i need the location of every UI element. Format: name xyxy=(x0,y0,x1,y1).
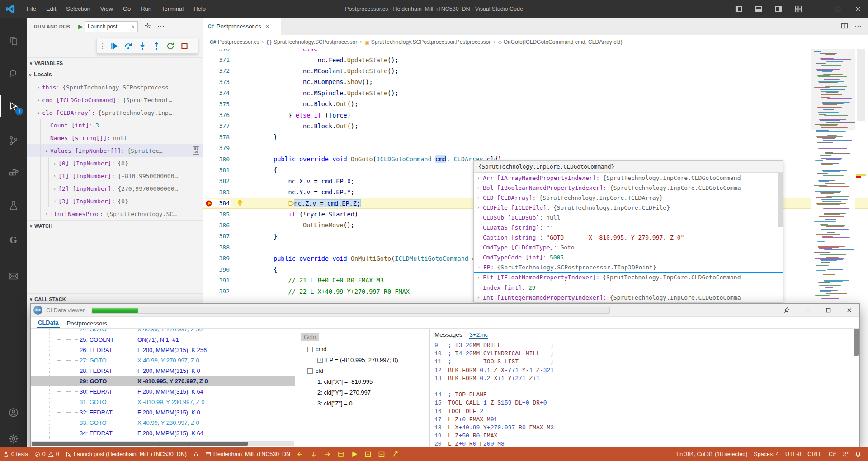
step-over-button[interactable] xyxy=(121,39,135,53)
variable-row[interactable]: ∨Values [InpNumber[]]:{SprutTec…0110 xyxy=(27,144,203,157)
detail-node[interactable]: +EP = (-810.995; 270.997; 0) xyxy=(317,357,398,363)
toggle-panel-icon[interactable] xyxy=(749,0,769,18)
gitlens-icon[interactable]: G xyxy=(0,229,27,251)
variable-row[interactable]: ›[0] [InpNumber]:{0} xyxy=(27,157,203,169)
cldata-tree-vscrollbar[interactable] xyxy=(854,329,859,356)
viewer-tab-cldata[interactable]: CLData xyxy=(37,318,60,328)
eol-item[interactable]: CRLF xyxy=(804,447,826,461)
hover-variable-row[interactable]: ›Flt [IFloatNamedPropertyIndexer]:{Sprut… xyxy=(474,273,783,282)
hover-variable-row[interactable]: ›CLD [CLDArray]:{SprutTechnology.InpCore… xyxy=(474,193,783,202)
menu-run[interactable]: Run xyxy=(136,5,156,12)
breadcrumb-item-3[interactable]: ◇OnGoto(ICLDGotoCommand cmd, CLDArray cl… xyxy=(498,39,622,45)
run-and-debug-icon[interactable]: 1 xyxy=(0,95,27,117)
minimap[interactable] xyxy=(811,49,855,302)
call-stack-section-header[interactable]: ∨CALL STACK xyxy=(27,293,203,304)
variable-row[interactable]: Count [int]:3 xyxy=(27,119,203,132)
nc-collapse-icon[interactable] xyxy=(375,447,388,461)
cld-command-row[interactable]: 32: FEDRATF 200, MMPM(315), K 0 xyxy=(31,407,295,418)
step-into-button[interactable] xyxy=(135,39,149,53)
variable-row[interactable]: ›[2] [InpNumber]:{270,99700000000… xyxy=(27,182,203,195)
cldata-tree-panel[interactable]: 24: GOTOX 40.99, Y 270.997, Z 5025: COOL… xyxy=(31,329,295,448)
variable-row[interactable]: ›[3] [InpNumber]:{0} xyxy=(27,195,203,207)
hover-variable-row[interactable]: Index [int]:29 xyxy=(474,282,783,292)
hover-variable-row[interactable]: CLDataS [string]:"" xyxy=(474,222,783,232)
code-line-377[interactable]: 377 nc.Block.Out(); xyxy=(203,121,868,132)
explorer-icon[interactable] xyxy=(0,30,27,52)
tab-postprocessor-cs[interactable]: C# Postprocessor.cs × xyxy=(203,18,281,35)
variable-row[interactable]: ∨cld [CLDArray]:{SprutTechnology.Inp… xyxy=(27,106,203,119)
nc-next-arrow-icon[interactable] xyxy=(321,447,334,461)
code-line-378[interactable]: 378 } xyxy=(203,132,868,142)
tab-close-icon[interactable]: × xyxy=(266,23,269,30)
extensions-icon[interactable] xyxy=(0,162,27,184)
views-more-actions-icon[interactable]: ⋯ xyxy=(157,22,165,31)
encoding-item[interactable]: UTF-8 xyxy=(782,447,804,461)
watch-section-header[interactable]: ∨WATCH xyxy=(27,220,203,231)
hover-variable-row[interactable]: ›Arr [IArrayNamedPropertyIndexer]:{Sprut… xyxy=(474,173,783,183)
nc-down-arrow-icon[interactable] xyxy=(307,447,321,461)
split-editor-icon[interactable] xyxy=(841,22,848,31)
hover-variable-row[interactable]: CmdType [CLDCmdType]:Goto xyxy=(474,243,783,253)
breakpoint-current-icon[interactable] xyxy=(203,199,215,207)
command-detail-panel[interactable]: Goto −cmd+EP = (-810.995; 270.997; 0)−cl… xyxy=(296,329,430,448)
flame-status-icon[interactable] xyxy=(190,447,202,461)
nc-tool-icon[interactable] xyxy=(388,447,402,461)
detail-node[interactable]: 2: cld["Y"] = 270.997 xyxy=(317,389,371,396)
toggle-sidebar-icon[interactable] xyxy=(729,0,749,18)
viewer-close-button[interactable] xyxy=(839,304,859,316)
lightbulb-slot[interactable] xyxy=(231,200,244,207)
variables-section-header[interactable]: ∨VARIABLES xyxy=(27,57,203,68)
code-line-376[interactable]: 376 } else if (force) xyxy=(203,109,868,120)
variable-row[interactable]: ›fInitNamesProc:{SprutTechnology.SC… xyxy=(27,207,203,220)
detail-root-node[interactable]: Goto xyxy=(301,333,319,341)
toolbar-drag-handle[interactable] xyxy=(99,39,107,53)
launch-status-item[interactable]: Launch post (Heidenhain_Mill_iTNC530_DN) xyxy=(62,447,190,461)
detail-node[interactable]: 3: cld["Z"] = 0 xyxy=(317,400,353,407)
detail-node[interactable]: −cmd xyxy=(307,346,327,353)
variable-row[interactable]: ›[1] [InpNumber]:{-810,9950000000… xyxy=(27,169,203,182)
hover-variable-row[interactable]: ›CLDFile [ICLDFile]:{SprutTechnology.Inp… xyxy=(474,202,783,212)
collapse-box-icon[interactable]: − xyxy=(307,368,313,374)
menu-terminal[interactable]: Terminal xyxy=(156,5,189,12)
variable-row[interactable]: ›this:{SprutTechnology.SCPostprocess… xyxy=(27,81,203,94)
viewer-tab-postprocessors[interactable]: Postprocessors xyxy=(66,319,108,328)
cldata-tree-hscrollbar[interactable] xyxy=(31,441,294,446)
accounts-icon[interactable] xyxy=(0,402,27,423)
stop-button[interactable] xyxy=(177,39,191,53)
cld-command-row[interactable]: 34: FEDRATF 200, MMPM(315), K 64 xyxy=(31,428,295,438)
source-control-icon[interactable] xyxy=(0,130,27,151)
nc-prev-arrow-icon[interactable] xyxy=(293,447,307,461)
step-out-button[interactable] xyxy=(149,39,163,53)
cld-command-row[interactable]: 24: GOTOX 40.99, Y 270.997, Z 50 xyxy=(31,329,295,334)
hover-variable-row[interactable]: CLDSub [ICLDSub]:null xyxy=(474,212,783,222)
menu-file[interactable]: File xyxy=(22,5,41,12)
collapse-box-icon[interactable]: − xyxy=(307,347,313,352)
code-line-371[interactable]: 371 nc.Feed.UpdateState(); xyxy=(203,54,868,65)
menu-help[interactable]: Help xyxy=(189,5,211,12)
nc-frame-icon[interactable] xyxy=(334,447,348,461)
menu-view[interactable]: View xyxy=(95,5,118,12)
cld-command-row[interactable]: 27: GOTOX 40.99, Y 270.997, Z 0 xyxy=(31,355,295,366)
hover-variable-row[interactable]: ›Int [IIntegerNamedPropertyIndexer]:{Spr… xyxy=(474,292,783,302)
editor-more-actions-icon[interactable]: ⋯ xyxy=(854,22,862,31)
cld-command-row[interactable]: 25: COOLNTON(71), N 1, #1 xyxy=(31,334,295,345)
test-flask-icon[interactable] xyxy=(0,195,27,216)
viewer-title-bar[interactable]: CLD CLData viewer xyxy=(31,304,859,317)
code-line-374[interactable]: 374 nc.MSpindle.UpdateState(); xyxy=(203,88,868,99)
variable-row[interactable]: ›cmd [ICLDGotoCommand]:{SprutTechnol… xyxy=(27,94,203,106)
mail-icon[interactable] xyxy=(0,265,27,287)
locals-scope-row[interactable]: ∨Locals xyxy=(27,68,203,81)
messages-panel[interactable]: Messages 3+2.nc 9; T3 20MM DRILL ;10; T4… xyxy=(430,329,750,448)
hover-variable-row[interactable]: CmdTypeCode [int]:5005 xyxy=(474,253,783,263)
customize-layout-icon[interactable] xyxy=(788,0,808,18)
code-line-379[interactable]: 379 xyxy=(203,143,868,154)
cld-command-row[interactable]: 26: FEDRATF 200, MMPM(315), K 256 xyxy=(31,345,295,355)
nc-expand-icon[interactable] xyxy=(361,447,375,461)
search-icon[interactable] xyxy=(0,63,27,85)
configure-gear-icon[interactable] xyxy=(144,22,151,31)
breadcrumb-item-2[interactable]: ▣SprutTechnology.SCPostprocessor.Postpro… xyxy=(364,39,491,45)
hover-variable-row[interactable]: ›Bol [IBooleanNamedPropertyIndexer]:{Spr… xyxy=(474,183,783,193)
language-mode-item[interactable]: C# xyxy=(826,447,839,461)
code-line-370[interactable]: 370 else xyxy=(203,49,868,54)
nc-run-icon[interactable] xyxy=(348,447,361,461)
